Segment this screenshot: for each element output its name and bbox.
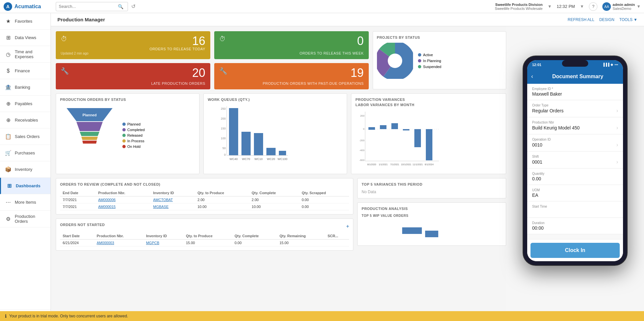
orders-review-table: End Date Production Nbr. Inventory ID Qt… bbox=[60, 190, 349, 210]
operation-id-label: Operation ID bbox=[532, 138, 618, 141]
time-dropdown-icon[interactable]: ▼ bbox=[580, 4, 584, 9]
sidebar-item-production-orders[interactable]: ⚙ Production Orders bbox=[0, 211, 51, 227]
bottom-bar: ℹ Your product is in trial mode. Only tw… bbox=[0, 311, 644, 321]
uom-value: EA bbox=[532, 193, 618, 198]
history-icon[interactable]: ↺ bbox=[131, 3, 135, 10]
sidebar-item-payables[interactable]: ⊕ Payables bbox=[0, 96, 51, 112]
pie-chart bbox=[377, 43, 413, 79]
phone-notch bbox=[562, 60, 588, 67]
shift-label: Shift bbox=[532, 155, 618, 158]
sidebar-label-receivables: Receivables bbox=[15, 118, 38, 123]
svg-text:1/1/2021: 1/1/2021 bbox=[379, 163, 388, 166]
user-text: admin admin SalesDemo bbox=[613, 3, 635, 11]
cell-qty-produce: 2.00 bbox=[195, 196, 249, 203]
sidebar-item-inventory[interactable]: 📦 Inventory bbox=[0, 161, 51, 178]
tools-button[interactable]: TOOLS ▼ bbox=[619, 17, 637, 22]
svg-text:100: 100 bbox=[221, 137, 226, 140]
phone-app-header: ‹ Document Summary bbox=[527, 69, 623, 84]
sidebar-item-banking[interactable]: 🏦 Banking bbox=[0, 79, 51, 96]
legend-active-label: Active bbox=[423, 53, 433, 57]
sidebar-label-production-orders: Production Orders bbox=[15, 214, 46, 224]
logo: A Acumatica bbox=[3, 2, 52, 11]
labor-variances-chart: 200 0 -200 -400 -600 bbox=[355, 110, 502, 167]
user-dropdown-icon[interactable]: ▼ bbox=[636, 4, 641, 9]
funnel-legend: Planned Completed Released In Proce bbox=[122, 121, 145, 149]
banking-icon: 🏦 bbox=[5, 84, 11, 90]
phone-field-start-time[interactable]: Start Time bbox=[527, 201, 623, 218]
past-due-label: PRODUCTION ORDERS WITH PAST-DUE OPERATIO… bbox=[219, 81, 364, 85]
labor-variances-box: PRODUCTION VARIANCES LABOR VARIANCES BY … bbox=[351, 93, 506, 174]
prod-nbr-link-1[interactable]: AM000015 bbox=[98, 205, 115, 209]
inventory-ns-link[interactable]: MGPCB bbox=[146, 241, 159, 245]
start-time-value bbox=[532, 209, 618, 214]
work-queues-chart: 250 200 150 100 50 0 WC40 bbox=[208, 105, 343, 170]
operation-id-value: 0010 bbox=[532, 142, 542, 148]
funnel-dot-on-hold bbox=[122, 145, 126, 148]
svg-text:WC40: WC40 bbox=[230, 157, 238, 161]
orders-review-title: ORDERS TO REVIEW (COMPLETE AND NOT CLOSE… bbox=[60, 182, 349, 186]
sidebar-item-data-views[interactable]: ⊞ Data Views bbox=[0, 30, 51, 46]
receivables-icon: ⊕ bbox=[5, 117, 11, 123]
phone-back-button[interactable]: ‹ bbox=[531, 73, 533, 80]
release-today-update: Updated 2 min ago bbox=[61, 52, 205, 55]
svg-text:150: 150 bbox=[221, 127, 226, 130]
help-button[interactable]: ? bbox=[589, 2, 597, 11]
funnel-dot-released bbox=[122, 134, 126, 137]
late-orders-number: 20 bbox=[192, 67, 205, 79]
clock-in-button[interactable]: Clock In bbox=[530, 243, 620, 258]
acumatica-logo-icon: A bbox=[3, 2, 12, 11]
production-nbr-label: Production Nbr bbox=[532, 121, 618, 124]
sidebar-item-purchases[interactable]: 🛒 Purchases bbox=[0, 145, 51, 161]
nav-right: Sweetlife Products Division Sweetlife Pr… bbox=[495, 2, 641, 11]
phone-field-operation-id[interactable]: Operation ID 0010 › bbox=[527, 134, 623, 151]
svg-rect-22 bbox=[279, 151, 286, 155]
sidebar-label-sales-orders: Sales Orders bbox=[15, 134, 40, 139]
prod-nbr-ns-link[interactable]: AM000003 bbox=[97, 241, 114, 245]
quantity-value: 0.00 bbox=[532, 176, 618, 181]
inventory-link-1[interactable]: MGBASE bbox=[153, 205, 169, 209]
legend-planning: In Planning bbox=[418, 59, 442, 63]
top5-variances: TOP 5 VARIANCES THIS PERIOD No Data bbox=[357, 178, 506, 198]
sidebar-item-dashboards[interactable]: ⊞ Dashboards bbox=[0, 178, 51, 194]
table-row: 6/21/2024 AM000003 MGPCB 15.00 0.00 15.0… bbox=[60, 240, 349, 246]
sidebar: ★ Favorites ⊞ Data Views ◷ Time and Expe… bbox=[0, 13, 51, 321]
release-today-label: ORDERS TO RELEASE TODAY bbox=[61, 47, 205, 51]
phone-field-order-type[interactable]: Order Type Regular Orders › bbox=[527, 100, 623, 117]
table-row: 7/7/2021 AM000015 MGBASE 10.00 10.00 0.0… bbox=[60, 203, 349, 210]
page-title: Production Manager bbox=[57, 17, 105, 22]
sidebar-item-more-items[interactable]: ⋯ More Items bbox=[0, 194, 51, 211]
sidebar-item-time-expenses[interactable]: ◷ Time and Expenses bbox=[0, 46, 51, 63]
svg-text:A: A bbox=[6, 4, 10, 9]
svg-text:WC100: WC100 bbox=[278, 157, 287, 161]
phone-status-icons: ▐▐▐ ◈ ▪▪▪ bbox=[602, 63, 618, 66]
sidebar-item-finance[interactable]: $ Finance bbox=[0, 63, 51, 79]
sidebar-item-favorites[interactable]: ★ Favorites bbox=[0, 13, 51, 30]
cell-inventory-id-1: MGBASE bbox=[151, 203, 195, 210]
svg-rect-21 bbox=[266, 148, 276, 155]
inventory-link-0[interactable]: AMCTOBAT bbox=[153, 198, 173, 202]
phone-field-production-nbr[interactable]: Production Nbr Build Keurig Model 450 › bbox=[527, 117, 623, 134]
search-input[interactable] bbox=[59, 4, 118, 9]
phone-field-uom: UOM EA bbox=[527, 185, 623, 201]
sidebar-item-receivables[interactable]: ⊕ Receivables bbox=[0, 112, 51, 128]
cell-qty-produce-1: 10.00 bbox=[195, 203, 249, 210]
phone-field-shift[interactable]: Shift 0001 › bbox=[527, 151, 623, 169]
past-due-icon: 🔧 bbox=[219, 67, 227, 75]
svg-text:7/1/2021: 7/1/2021 bbox=[390, 163, 399, 166]
app-name: Acumatica bbox=[14, 4, 41, 10]
user-info[interactable]: AA admin admin SalesDemo ▼ bbox=[602, 2, 641, 11]
search-box[interactable]: 🔍 bbox=[56, 2, 128, 11]
refresh-all-button[interactable]: REFRESH ALL bbox=[568, 17, 594, 22]
add-row-button[interactable]: + bbox=[346, 223, 349, 229]
col-inventory-id-ns: Inventory ID bbox=[143, 233, 183, 240]
sidebar-item-sales-orders[interactable]: 📋 Sales Orders bbox=[0, 128, 51, 145]
prod-nbr-link-0[interactable]: AM000006 bbox=[98, 198, 115, 202]
design-button[interactable]: DESIGN bbox=[599, 17, 614, 22]
sidebar-label-finance: Finance bbox=[15, 68, 30, 73]
company-dropdown-icon[interactable]: ▼ bbox=[548, 4, 552, 9]
charts-row: PRODUCTION ORDERS BY STATUS Planned bbox=[56, 93, 506, 174]
purchases-icon: 🛒 bbox=[5, 150, 11, 156]
sales-orders-icon: 📋 bbox=[5, 133, 11, 140]
funnel-dot-completed bbox=[122, 128, 126, 131]
cell-end-date-1: 7/7/2021 bbox=[60, 203, 95, 210]
